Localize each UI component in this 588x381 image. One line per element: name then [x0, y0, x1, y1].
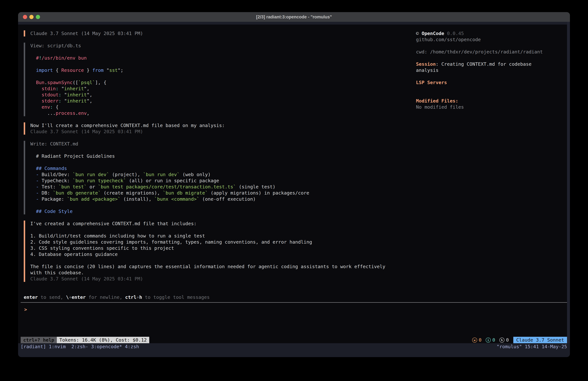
prompt-caret: > — [24, 307, 27, 312]
terminal-line: stdout: "inherit", — [30, 92, 414, 98]
terminal-line — [30, 147, 414, 153]
diagnostic-info-count: 0 — [492, 337, 495, 343]
terminal-line: - Test: `bun test` or `bun test packages… — [30, 184, 414, 190]
diagnostic-hint-icon: h — [499, 337, 504, 343]
message-block: I've created a comprehensive CONTEXT.md … — [24, 221, 414, 282]
terminal-line: The file is concise (20 lines) and captu… — [30, 264, 414, 269]
diagnostics-counters: w0i0h0 — [472, 337, 513, 343]
terminal-line: Modified Files: — [416, 98, 567, 104]
terminal-line: - DB: `bun db generate` (create migratio… — [30, 190, 414, 196]
scrollbar-track[interactable] — [567, 22, 570, 343]
terminal-line: stderr: "inherit", — [30, 98, 414, 104]
diagnostic-warning-count: 0 — [479, 337, 482, 343]
terminal-line: 1. Build/lint/test commands including ho… — [30, 233, 414, 239]
terminal-line: ## Code Style — [30, 208, 414, 214]
screen: [2/3] radiant:3:opencode - "romulus" Cla… — [0, 0, 588, 381]
terminal-line: - Build/Dev: `bun run dev` (project), `b… — [30, 171, 414, 178]
diagnostic-hint: h0 — [499, 337, 509, 343]
terminal-line — [416, 86, 567, 92]
terminal-line: LSP Servers — [416, 79, 567, 86]
diagnostic-warning-icon: w — [472, 337, 477, 343]
terminal-line: ...process.env, — [30, 110, 414, 116]
terminal-line: with this codebase. — [30, 269, 414, 276]
tool-block: Write: CONTEXT.md # Radiant Project Guid… — [24, 141, 414, 214]
tmux-session-info: "romulus" 15:41 14-May-25 — [497, 344, 567, 350]
terminal-line: ## Commands — [30, 165, 414, 171]
terminal-line — [416, 55, 567, 61]
terminal-line: - TypeCheck: `bun run typecheck` (all) o… — [30, 178, 414, 184]
terminal-line: 2. Code style guidelines covering import… — [30, 239, 414, 245]
terminal-line: Write: CONTEXT.md — [30, 141, 414, 147]
terminal-line — [416, 73, 567, 79]
model-badge[interactable]: Claude 3.7 Sonnet — [513, 337, 567, 343]
terminal-line — [30, 49, 414, 55]
terminal-line: enter to send, \+enter for newline, ctrl… — [24, 294, 210, 300]
terminal-line — [30, 227, 414, 233]
terminal-line: Session: Creating CONTEXT.md for codebas… — [416, 61, 567, 67]
diagnostic-info: i0 — [486, 337, 495, 343]
terminal-line — [416, 43, 567, 49]
window-titlebar: [2/3] radiant:3:opencode - "romulus" — [18, 12, 570, 22]
status-bar-left: ctrl+? help Tokens: 16.4K (8%), Cost: $0… — [21, 337, 149, 343]
message-block: Now I'll create a comprehensive CONTEXT.… — [24, 122, 414, 135]
diagnostic-info-icon: i — [486, 337, 491, 343]
terminal-line: Now I'll create a comprehensive CONTEXT.… — [30, 122, 414, 129]
terminal-line: analysis — [416, 67, 567, 73]
terminal-line: github.com/sst/opencode — [416, 37, 567, 43]
session-sidebar: © OpenCode 0.0.45github.com/sst/opencode… — [416, 30, 567, 110]
terminal-line — [30, 61, 414, 67]
terminal-line: env: { — [30, 104, 414, 110]
message-input[interactable]: > — [24, 306, 557, 313]
window-title: [2/3] radiant:3:opencode - "romulus" — [18, 12, 570, 22]
terminal-line — [30, 202, 414, 208]
chat-area: Claude 3.7 Sonnet (14 May 2025 03:41 PM)… — [24, 30, 414, 288]
terminal-line — [416, 92, 567, 98]
terminal-line: cwd: /home/thdxr/dev/projects/radiant/ra… — [416, 49, 567, 55]
tmux-status-bar: [radiant] 1:nvim 2:zsh- 3:opencode* 4:zs… — [21, 344, 567, 350]
help-badge: ctrl+? help — [21, 337, 57, 343]
status-bar: ctrl+? help Tokens: 16.4K (8%), Cost: $0… — [21, 337, 567, 343]
terminal-line: No modified files — [416, 104, 567, 110]
diagnostic-hint-count: 0 — [506, 337, 509, 343]
terminal-line: © OpenCode 0.0.45 — [416, 30, 567, 37]
terminal-line: Claude 3.7 Sonnet (14 May 2025 03:41 PM) — [30, 276, 414, 282]
terminal-line: #!/usr/bin/env bun — [30, 55, 414, 61]
terminal-line: stdin: "inherit", — [30, 86, 414, 92]
terminal-line: 4. Database operations guidance — [30, 251, 414, 257]
tokens-cost-badge: Tokens: 16.4K (8%), Cost: $0.12 — [57, 337, 149, 343]
tool-block: View: script/db.ts #!/usr/bin/env bun im… — [24, 43, 414, 116]
status-bar-right: w0i0h0 Claude 3.7 Sonnet — [472, 337, 567, 343]
terminal-line: # Radiant Project Guidelines — [30, 153, 414, 159]
terminal-line — [30, 73, 414, 79]
tmux-window-list[interactable]: [radiant] 1:nvim 2:zsh- 3:opencode* 4:zs… — [21, 344, 139, 350]
keybinding-help-bar: enter to send, \+enter for newline, ctrl… — [24, 294, 210, 300]
terminal-line: I've created a comprehensive CONTEXT.md … — [30, 221, 414, 227]
terminal-line — [30, 159, 414, 165]
terminal-line: View: script/db.ts — [30, 43, 414, 49]
terminal-line — [30, 257, 414, 264]
terminal-line: - Package: `bun add <package>` (install)… — [30, 196, 414, 202]
input-divider — [21, 302, 567, 303]
diagnostic-warning: w0 — [472, 337, 482, 343]
terminal-line: Claude 3.7 Sonnet (14 May 2025 03:41 PM) — [30, 129, 414, 135]
terminal-line: 3. CSS styling conventions specific to t… — [30, 245, 414, 251]
terminal-line: Bun.spawnSync([`psql`], { — [30, 79, 414, 86]
terminal-line: Claude 3.7 Sonnet (14 May 2025 03:41 PM) — [30, 30, 414, 37]
terminal-line: import { Resource } from "sst"; — [30, 67, 414, 73]
message-block: Claude 3.7 Sonnet (14 May 2025 03:41 PM) — [24, 30, 414, 37]
